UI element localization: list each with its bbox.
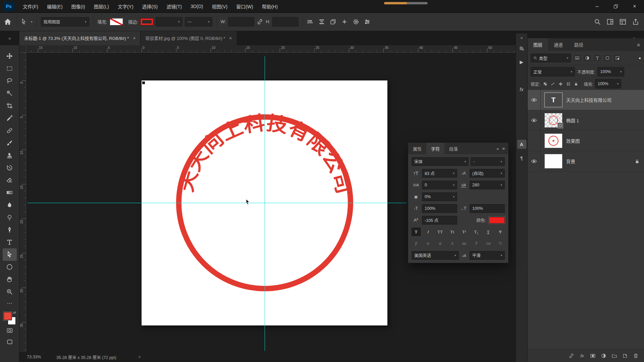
eyedropper-tool[interactable] [3, 112, 17, 124]
layer-visibility-toggle[interactable] [528, 151, 541, 171]
ellipse-tool[interactable] [3, 261, 17, 273]
vertical-guide[interactable] [265, 56, 265, 351]
layer-visibility-toggle[interactable] [528, 110, 541, 130]
panel-icon-effects-fx[interactable]: fx [517, 85, 526, 94]
vertical-ruler[interactable]: 05101520253035 [19, 53, 26, 362]
close-tab-icon[interactable]: × [229, 36, 232, 41]
style-button-6[interactable]: T [484, 228, 493, 236]
dodge-tool[interactable] [3, 211, 17, 224]
workspace-icon[interactable] [606, 18, 614, 25]
style-button-2[interactable]: TT [436, 228, 445, 236]
menu-item-0[interactable]: 文件(F) [18, 0, 43, 12]
blend-mode-dropdown[interactable]: 正常▾ [531, 67, 575, 76]
opentype-button-7[interactable]: ½ [496, 240, 505, 247]
quick-mask-button[interactable] [3, 325, 17, 336]
link-button[interactable] [567, 351, 576, 361]
ps-logo[interactable]: Ps [3, 2, 14, 11]
horizontal-scale-field[interactable]: 100% [470, 204, 505, 213]
panel-icon-actions-play[interactable]: ▶ [517, 57, 526, 66]
menu-item-9[interactable]: 窗口(W) [232, 0, 258, 12]
layer-row-2[interactable]: 效果图 [528, 131, 644, 151]
menu-item-2[interactable]: 图像(I) [67, 0, 90, 12]
opentype-button-3[interactable]: A [448, 240, 457, 247]
tab-paths[interactable]: 路径 [569, 38, 589, 51]
panel-icon-brush-settings[interactable] [517, 99, 526, 108]
panel-icon-swatches[interactable] [517, 126, 526, 135]
vertical-scale-field[interactable]: 100% [422, 204, 457, 213]
align-icon[interactable] [307, 18, 314, 25]
restore-button[interactable] [606, 0, 625, 12]
menu-item-10[interactable]: 帮助(H) [258, 0, 282, 12]
swap-colors-icon[interactable]: ⇄ [13, 311, 16, 314]
font-style-dropdown[interactable]: -▾ [471, 157, 505, 166]
layer-visibility-toggle[interactable] [528, 90, 541, 110]
tab-properties[interactable]: 属性 [408, 143, 426, 154]
opacity-field[interactable]: 100%▾ [597, 67, 624, 76]
type-tool[interactable] [3, 236, 17, 248]
menu-item-8[interactable]: 视图(V) [207, 0, 232, 12]
snap-icon[interactable] [341, 18, 348, 25]
width-field[interactable] [228, 17, 254, 26]
zoom-level-field[interactable]: 73.33% [27, 355, 47, 359]
tracking-field[interactable]: 280▾ [470, 181, 505, 189]
font-family-dropdown[interactable]: 宋体▾ [412, 157, 469, 166]
tab-channels[interactable]: 通道 [548, 38, 569, 51]
status-chevron[interactable]: > [139, 355, 141, 359]
shape-filter-button[interactable] [603, 54, 612, 62]
select-mode-dropdown[interactable]: 现用图层▾ [41, 17, 89, 26]
menu-item-3[interactable]: 图层(L) [90, 0, 113, 12]
screen-mode-button[interactable] [3, 336, 17, 348]
image-filter-button[interactable] [573, 54, 582, 62]
horizontal-guide[interactable] [27, 203, 407, 203]
mask-button[interactable] [588, 351, 598, 361]
group-button[interactable] [609, 351, 619, 361]
edit-toolbar-button[interactable]: ⋯ [7, 298, 12, 308]
menu-item-6[interactable]: 滤镜(T) [162, 0, 186, 12]
style-button-7[interactable]: T [496, 228, 505, 236]
quick-selection-tool[interactable] [3, 87, 17, 100]
layer-thumbnail[interactable] [544, 154, 562, 169]
panel-icon-libraries[interactable] [517, 44, 526, 53]
layer-visibility-toggle[interactable] [528, 131, 541, 151]
baseline-shift-field[interactable]: -105 点 [422, 216, 457, 225]
foreground-color-swatch[interactable] [4, 312, 12, 320]
tab-character[interactable]: 字符 [426, 143, 444, 154]
panel-icon-character[interactable]: A [517, 140, 526, 149]
font-size-field[interactable]: 83 点▾ [422, 169, 457, 178]
clone-stamp-tool[interactable] [3, 149, 17, 162]
tab-paragraph[interactable]: 段落 [444, 143, 463, 154]
layout-icon[interactable] [619, 18, 627, 25]
fill-field[interactable]: 100%▾ [595, 79, 621, 88]
type-filter-button[interactable] [593, 54, 602, 62]
crop-tool[interactable] [3, 100, 17, 112]
minimize-button[interactable]: – [588, 0, 606, 12]
arrange-icon[interactable] [330, 18, 336, 25]
proportional-spacing-field[interactable]: 0%▾ [422, 192, 457, 201]
toolbar-collapse-chevron[interactable]: » [0, 31, 19, 45]
antialias-dropdown[interactable]: 平滑▾ [470, 251, 505, 260]
style-button-5[interactable]: T₁ [472, 228, 481, 236]
tab-layers[interactable]: 图层 [528, 38, 548, 51]
lock-position-button[interactable] [557, 80, 564, 87]
adjustment-button[interactable] [599, 351, 608, 361]
filter-toggle-icon[interactable]: ● [639, 56, 641, 60]
kerning-field[interactable]: 0▾ [422, 181, 457, 189]
layer-thumbnail[interactable] [544, 113, 562, 128]
gear-icon[interactable] [353, 18, 359, 25]
rect-marquee-tool[interactable] [3, 62, 17, 75]
blur-tool[interactable] [3, 199, 17, 211]
style-button-0[interactable]: T [412, 228, 421, 236]
lock-transparent-button[interactable] [542, 80, 548, 87]
layer-row-1[interactable]: 椭圆 1 [528, 110, 644, 131]
delete-button[interactable] [631, 351, 641, 361]
document-tab-0[interactable]: 未标题-1 @ 73.3% (天天向上科技有限公司, RGB/8#) *× [19, 31, 141, 45]
move-tool[interactable] [3, 50, 17, 62]
stroke-swatch[interactable] [141, 18, 153, 25]
menu-item-1[interactable]: 编辑(E) [43, 0, 67, 12]
panel-icon-paragraph[interactable]: ¶ [517, 154, 526, 163]
tool-options-icon[interactable] [364, 18, 371, 25]
style-button-1[interactable]: I [424, 228, 433, 236]
style-button-3[interactable]: Tt [448, 228, 457, 236]
panel-menu-icon[interactable]: ≡ [637, 42, 644, 48]
close-tab-icon[interactable]: × [133, 36, 136, 41]
